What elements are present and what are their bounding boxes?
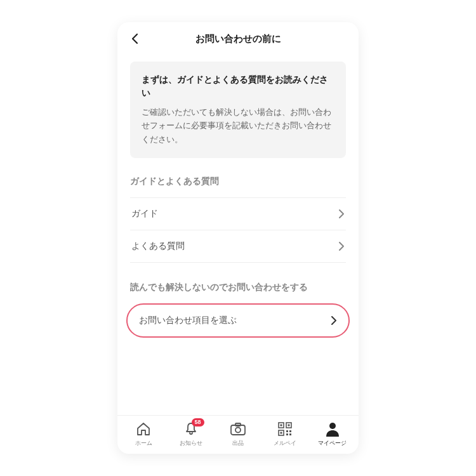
svg-rect-4	[281, 425, 282, 426]
svg-point-1	[235, 428, 241, 433]
svg-rect-10	[289, 430, 291, 432]
list-row-label: お問い合わせ項目を選ぶ	[139, 315, 237, 326]
info-card-title: まずは、ガイドとよくある質問をお読みください	[142, 73, 334, 100]
section-faq: ガイドとよくある質問 ガイド よくある質問	[130, 176, 346, 263]
tab-label: メルペイ	[274, 439, 296, 447]
chevron-right-icon	[338, 209, 345, 219]
chevron-right-icon	[338, 241, 345, 251]
chevron-left-icon	[131, 33, 140, 44]
page-title: お問い合わせの前に	[117, 33, 359, 45]
tab-notice[interactable]: 58 お知らせ	[170, 421, 212, 447]
person-icon	[324, 421, 341, 437]
svg-rect-9	[286, 430, 288, 432]
notification-badge: 58	[192, 418, 204, 426]
list-row-faq[interactable]: よくある質問	[130, 230, 346, 263]
tab-mypage[interactable]: マイページ	[312, 421, 354, 447]
svg-rect-12	[289, 433, 291, 435]
svg-rect-2	[235, 423, 241, 426]
list-row-contact-select[interactable]: お問い合わせ項目を選ぶ	[126, 303, 350, 338]
tab-label: マイページ	[318, 439, 347, 447]
tab-label: 出品	[232, 439, 244, 447]
list-row-label: よくある質問	[131, 241, 185, 252]
header-bar: お問い合わせの前に	[117, 22, 359, 55]
tab-label: ホーム	[135, 439, 152, 447]
section-contact: 読んでも解決しないのでお問い合わせをする お問い合わせ項目を選ぶ	[130, 282, 346, 338]
section-faq-title: ガイドとよくある質問	[130, 176, 346, 187]
svg-rect-0	[231, 425, 245, 435]
qr-icon	[277, 421, 293, 437]
svg-rect-11	[286, 433, 288, 435]
list-row-label: ガイド	[131, 208, 158, 220]
home-icon	[135, 421, 152, 437]
info-card-body: ご確認いただいても解決しない場合は、お問い合わせフォームに必要事項を記載いただき…	[142, 106, 334, 147]
svg-rect-6	[288, 425, 290, 426]
info-card: まずは、ガイドとよくある質問をお読みください ご確認いただいても解決しない場合は…	[130, 62, 346, 158]
tab-listing[interactable]: 出品	[217, 421, 259, 447]
app-window: お問い合わせの前に まずは、ガイドとよくある質問をお読みください ご確認いただい…	[117, 22, 359, 454]
tab-bar: ホーム 58 お知らせ 出品 メルペイ	[117, 415, 359, 454]
chevron-right-icon	[331, 315, 337, 326]
section-contact-title: 読んでも解決しないのでお問い合わせをする	[130, 282, 346, 293]
svg-point-13	[329, 423, 336, 429]
tab-label: お知らせ	[180, 439, 202, 447]
svg-rect-8	[281, 432, 282, 434]
tab-home[interactable]: ホーム	[122, 421, 164, 447]
bell-icon: 58	[183, 421, 199, 437]
tab-merpay[interactable]: メルペイ	[264, 421, 306, 447]
list-row-guide[interactable]: ガイド	[130, 197, 346, 230]
content-area: まずは、ガイドとよくある質問をお読みください ご確認いただいても解決しない場合は…	[117, 55, 359, 415]
back-button[interactable]	[128, 31, 143, 46]
camera-icon	[230, 421, 246, 437]
